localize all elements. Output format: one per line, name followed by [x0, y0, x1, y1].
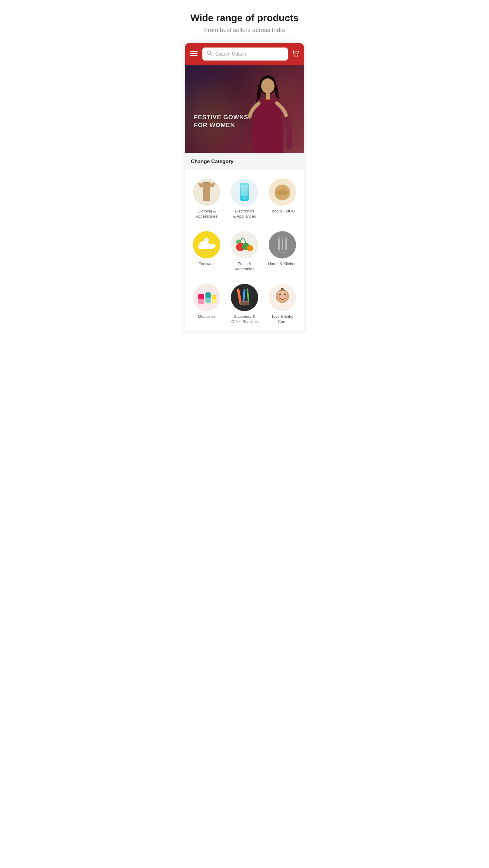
category-circle-footwear	[193, 231, 220, 258]
category-label-electronics: Electronics& Appliances	[233, 209, 256, 219]
svg-rect-13	[241, 185, 248, 196]
svg-rect-2	[190, 55, 198, 56]
svg-point-47	[285, 296, 288, 297]
svg-rect-1	[190, 53, 198, 54]
svg-point-5	[294, 55, 295, 57]
category-label-stationery: Stationery &Office Supplies	[231, 314, 258, 324]
banner-title-line2: FOR WOMEN	[194, 121, 249, 129]
category-circle-medicines	[193, 284, 220, 311]
category-circle-fruits	[231, 231, 258, 258]
category-item-food[interactable]: Food & FMCG	[263, 176, 301, 222]
svg-rect-49	[281, 288, 284, 290]
page-title: Wide range of products	[188, 12, 301, 24]
category-item-toys[interactable]: Toys & BabyCare	[263, 281, 301, 328]
svg-point-17	[279, 189, 282, 192]
category-item-footwear[interactable]: Footwear	[188, 228, 226, 275]
svg-rect-0	[190, 51, 198, 52]
svg-point-10	[265, 98, 270, 100]
svg-rect-34	[205, 292, 211, 298]
categories-section: Change Category Clothing &AccessoriesEle…	[185, 153, 304, 333]
svg-point-23	[247, 245, 253, 251]
app-container: Search Udaan FESTIVE GOWNS FOR WOMEN	[185, 43, 304, 333]
category-label-medicines: Medicines	[198, 314, 216, 319]
svg-rect-36	[212, 295, 216, 299]
category-label-toys: Toys & BabyCare	[271, 314, 293, 324]
category-circle-stationery	[231, 284, 258, 311]
svg-rect-30	[285, 236, 287, 239]
category-item-medicines[interactable]: Medicines	[188, 281, 226, 328]
app-header: Search Udaan	[185, 43, 304, 65]
banner-text: FESTIVE GOWNS FOR WOMEN	[194, 113, 249, 129]
category-circle-food	[269, 179, 296, 206]
search-icon	[207, 51, 212, 58]
category-item-stationery[interactable]: Stationery &Office Supplies	[226, 281, 264, 328]
svg-point-16	[276, 190, 288, 195]
category-item-clothing[interactable]: Clothing &Accessories	[188, 176, 226, 222]
cart-icon[interactable]	[291, 49, 300, 59]
svg-rect-32	[198, 294, 204, 299]
category-circle-electronics	[231, 179, 258, 206]
svg-point-8	[261, 79, 275, 94]
category-label-clothing: Clothing &Accessories	[196, 209, 217, 219]
category-circle-clothing	[193, 179, 220, 206]
svg-rect-29	[282, 236, 283, 241]
svg-rect-9	[266, 93, 270, 99]
category-circle-kitchen	[269, 231, 296, 258]
page-header: Wide range of products From best sellers…	[182, 0, 307, 43]
svg-point-46	[277, 296, 280, 297]
search-bar[interactable]: Search Udaan	[202, 48, 288, 61]
svg-rect-39	[247, 288, 249, 303]
search-input-placeholder: Search Udaan	[215, 52, 246, 57]
svg-line-4	[210, 54, 212, 56]
page-subtitle: From best sellers across India	[188, 27, 301, 34]
categories-grid: Clothing &AccessoriesElectronics& Applia…	[185, 169, 304, 330]
category-item-fruits[interactable]: Fruits &Vegetables	[226, 228, 264, 275]
category-item-electronics[interactable]: Electronics& Appliances	[226, 176, 264, 222]
banner-figure	[240, 74, 295, 153]
svg-point-44	[279, 293, 281, 296]
hamburger-icon[interactable]	[189, 49, 199, 59]
svg-point-18	[282, 189, 284, 190]
svg-point-14	[243, 197, 246, 199]
svg-rect-28	[278, 236, 280, 239]
category-label-kitchen: Home & Kitchen	[268, 261, 297, 267]
category-item-kitchen[interactable]: Home & Kitchen	[263, 228, 301, 275]
svg-rect-41	[240, 302, 249, 305]
svg-point-20	[198, 249, 215, 254]
svg-point-6	[297, 55, 298, 57]
banner-title-line1: FESTIVE GOWNS	[194, 113, 249, 121]
category-label-food: Food & FMCG	[270, 209, 295, 214]
section-title: Change Category	[185, 159, 304, 169]
svg-point-19	[284, 190, 287, 193]
category-label-footwear: Footwear	[198, 261, 215, 267]
category-label-fruits: Fruits &Vegetables	[235, 261, 254, 272]
svg-point-45	[284, 293, 286, 296]
promotional-banner[interactable]: FESTIVE GOWNS FOR WOMEN	[185, 65, 304, 153]
category-circle-toys	[269, 284, 296, 311]
